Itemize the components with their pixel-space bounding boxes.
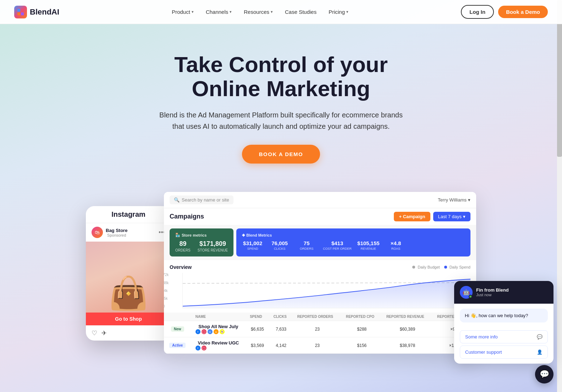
date-range-button[interactable]: Last 7 days ▾ [433, 212, 471, 221]
badge-new: New [171, 326, 184, 332]
page-title: Campaigns [170, 213, 204, 220]
chat-options: Some more info 💬 Customer support 👤 [454, 327, 553, 364]
hero-subtitle: Blend is the Ad Management Platform buil… [157, 109, 405, 132]
blend-roas: ×4.8 ROAS [385, 240, 407, 250]
phone-sponsored: Sponsored [106, 233, 127, 237]
online-indicator [469, 295, 472, 298]
dashboard-topbar: 🔍 Search by name or site Terry Williams … [164, 192, 476, 208]
instagram-icon: ◯ [202, 329, 206, 334]
chat-bubble-button[interactable]: 💬 [535, 365, 553, 383]
nav-link-pricing[interactable]: Pricing ▾ [324, 6, 353, 18]
svg-rect-1 [21, 9, 24, 11]
hero-title: Take Control of your Online Marketing [139, 53, 423, 101]
campaign-rep-orders: 23 [293, 337, 342, 354]
blend-cpo: $413 COST PER ORDER [323, 240, 352, 250]
campaign-rep-revenue: $60,389 [382, 321, 433, 337]
campaign-clicks: 7,633 [269, 321, 293, 337]
col-clicks: CLICKS [269, 313, 293, 321]
facebook-icon: f [195, 329, 200, 334]
chat-bubble-icon: 💬 [540, 370, 549, 379]
amazon-icon: a [214, 329, 219, 334]
heart-icon[interactable]: ♡ [92, 329, 97, 337]
store-revenue-label: STORE REVENUE [198, 248, 228, 252]
book-demo-button[interactable]: Book a Demo [498, 6, 548, 18]
campaigns-table: NAME SPEND CLICKS REPORTED ORDERS REPORT… [164, 313, 476, 354]
hero-cta-button[interactable]: BOOK A DEMO [242, 145, 320, 164]
store-icon: 🏪 [175, 233, 180, 237]
chat-message: Hi 👋, how can we help today? [460, 309, 548, 323]
login-button[interactable]: Log In [461, 5, 494, 19]
campaign-rep-orders: 23 [293, 321, 342, 337]
dashboard-actions: + Campaign Last 7 days ▾ [394, 212, 470, 221]
chat-option-support[interactable]: Customer support 👤 [460, 346, 548, 359]
chevron-down-icon: ▾ [346, 10, 348, 14]
phone-post-image: 👜 [86, 242, 171, 313]
overview-section: Overview Daily Budget Daily Spend [164, 260, 476, 313]
col-rep-orders: REPORTED ORDERS [293, 313, 342, 321]
campaign-clicks: 4,142 [269, 337, 293, 354]
share-icon[interactable]: ✈ [101, 329, 107, 337]
scrollbar[interactable] [557, 0, 562, 392]
campaign-name: Shop All New July [195, 324, 241, 329]
chart-y-labels: $172k $138k $84k $45k 0 [164, 273, 169, 308]
phone-post-header: 🛍 Bag Store Sponsored ••• [86, 223, 171, 242]
table-row[interactable]: New Shop All New July f ◯ G a 👻 [164, 321, 476, 337]
blend-clicks: 76,005 CLICKS [269, 240, 290, 250]
search-icon: 🔍 [174, 197, 180, 203]
chat-agent-name: Fin from Blend [476, 287, 509, 293]
user-menu[interactable]: Terry Williams ▾ [438, 197, 470, 203]
overview-title: Overview [170, 264, 192, 270]
campaign-rep-revenue: $38,978 [382, 337, 433, 354]
search-bar[interactable]: 🔍 Search by name or site [170, 195, 233, 204]
chat-option-emoji: 👤 [537, 349, 542, 355]
chevron-down-icon: ▾ [271, 10, 273, 14]
campaign-name: Video Review UGC [195, 340, 241, 346]
hero-visual: Instagram 🛍 Bag Store Sponsored ••• 👜 Go… [86, 192, 476, 354]
dashboard-mockup: 🔍 Search by name or site Terry Williams … [164, 192, 476, 354]
phone-mockup: Instagram 🛍 Bag Store Sponsored ••• 👜 Go… [86, 206, 171, 341]
phone-username: Bag Store [106, 228, 127, 233]
svg-rect-0 [17, 9, 20, 11]
col-rep-cpo: REPORTED CPO [342, 313, 382, 321]
store-revenue-value: $171,809 [198, 240, 228, 248]
col-spend: SPEND [246, 313, 269, 321]
campaign-spend: $3,569 [246, 337, 269, 354]
blend-spend: $31,002 SPEND [242, 240, 263, 250]
phone-actions: ♡ ✈ [86, 325, 171, 341]
add-campaign-button[interactable]: + Campaign [394, 212, 430, 221]
navbar: BlendAI Product ▾ Channels ▾ Resources ▾… [0, 0, 562, 24]
bag-illustration: 👜 [109, 277, 148, 309]
store-orders-label: ORDERS [175, 248, 191, 252]
blend-metrics-card: ◆ Blend Metrics $31,002 SPEND 76,005 CLI… [236, 228, 470, 256]
logo-text: BlendAI [30, 7, 59, 17]
dashboard-subbar: Campaigns + Campaign Last 7 days ▾ [164, 208, 476, 225]
chat-option-more-info[interactable]: Some more info 💬 [460, 330, 548, 343]
nav-link-product[interactable]: Product ▾ [167, 6, 199, 18]
chart-container: $172k $138k $84k $45k 0 [170, 273, 470, 308]
channel-dots: f ◯ [195, 346, 241, 350]
overview-header: Overview Daily Budget Daily Spend [170, 264, 470, 270]
phone-cta-bar[interactable]: Go to Shop [86, 313, 171, 325]
store-orders-value: 89 [175, 240, 191, 248]
google-icon: G [208, 329, 213, 334]
chat-avatar-wrapper: 🤖 [460, 286, 473, 299]
store-metrics-values: 89 ORDERS $171,809 STORE REVENUE [175, 240, 228, 252]
legend-budget: Daily Budget [412, 265, 440, 269]
snapchat-icon: 👻 [220, 329, 225, 334]
table-row[interactable]: Active Video Review UGC f ◯ $3,569 4,142… [164, 337, 476, 354]
chevron-down-icon: ▾ [192, 10, 194, 14]
nav-link-case-studies[interactable]: Case Studies [280, 6, 321, 18]
instagram-logo: Instagram [111, 210, 145, 218]
blend-revenue: $105,155 REVENUE [357, 240, 380, 250]
nav-link-channels[interactable]: Channels ▾ [201, 6, 237, 18]
nav-logo[interactable]: BlendAI [14, 6, 59, 18]
nav-link-resources[interactable]: Resources ▾ [239, 6, 278, 18]
campaign-rep-cpo: $156 [342, 337, 382, 354]
badge-active: Active [169, 343, 186, 348]
col-badge [164, 313, 191, 321]
logo-icon [14, 6, 27, 18]
chevron-down-icon: ▾ [468, 197, 470, 203]
blend-orders: 75 ORDERS [296, 240, 317, 250]
chat-body: Hi 👋, how can we help today? [454, 304, 553, 328]
campaign-rep-cpo: $288 [342, 321, 382, 337]
